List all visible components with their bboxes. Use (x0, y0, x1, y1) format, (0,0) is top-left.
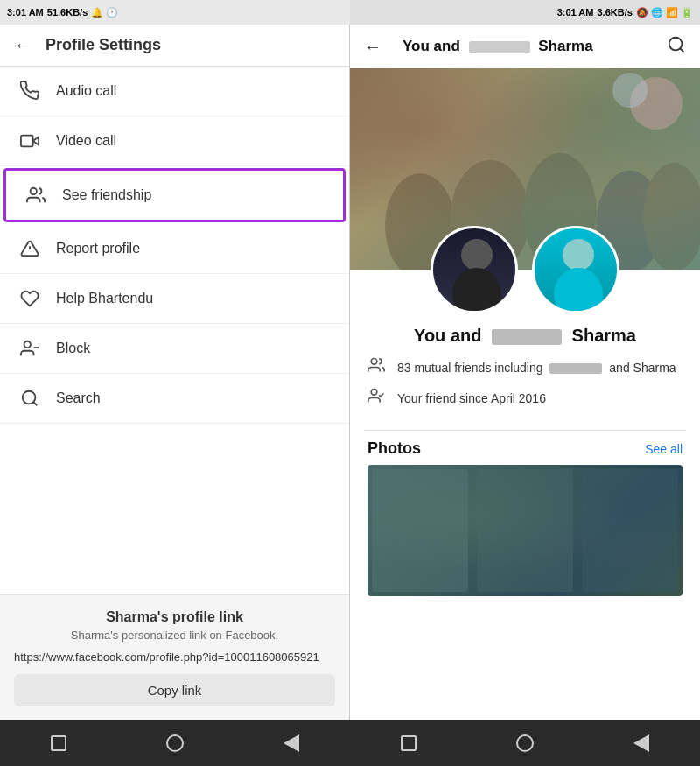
status-bar-left: 3:01 AM 51.6KB/s 🔔 🕐 (0, 0, 350, 25)
title-prefix: You and (402, 38, 460, 54)
profile-link-desc: Sharma's personalized link on Facebook. (14, 629, 335, 642)
photos-section: Photos See all (350, 431, 700, 601)
photos-title: Photos (368, 439, 421, 458)
see-all-photos-link[interactable]: See all (645, 442, 682, 456)
svg-rect-1 (21, 136, 33, 147)
menu-item-audio-call[interactable]: Audio call (0, 67, 349, 116)
signal-icons-right: 🔕 🌐 📶 🔋 (636, 7, 693, 18)
friendship-title: You and Sharma (368, 326, 682, 346)
left-header: ← Profile Settings (0, 25, 349, 67)
avatar-person2 (532, 226, 620, 313)
block-label: Block (56, 341, 90, 356)
svg-point-7 (23, 391, 36, 404)
report-profile-label: Report profile (56, 241, 140, 257)
signal-icons-left: 🔔 🕐 (91, 7, 118, 18)
search-icon (18, 386, 42, 411)
menu-item-search[interactable]: Search (0, 374, 349, 424)
nav-home-left[interactable] (163, 731, 187, 755)
screens-container: ← Profile Settings Audio call (0, 25, 700, 720)
menu-item-report-profile[interactable]: Report profile (0, 224, 349, 274)
svg-point-16 (461, 239, 493, 271)
svg-point-9 (669, 38, 682, 51)
warning-icon (18, 236, 42, 261)
menu-item-video-call[interactable]: Video call (0, 116, 349, 166)
nav-home-right[interactable] (513, 731, 537, 755)
friend-since-stat: Your friend since April 2016 (368, 387, 682, 409)
see-friendship-label: See friendship (62, 187, 151, 203)
friendship-title-prefix: You and (414, 326, 481, 345)
svg-point-19 (554, 268, 603, 313)
video-icon (18, 129, 42, 153)
friendship-page-title: You and Sharma (402, 38, 667, 55)
video-call-label: Video call (56, 133, 116, 149)
heart-icon (18, 286, 42, 311)
friend-since-icon (368, 387, 388, 409)
speed-left: 51.6KB/s (47, 7, 88, 18)
avatars-row (350, 226, 700, 313)
square-icon-right (401, 735, 416, 751)
profile-url[interactable]: https://www.facebook.com/profile.php?id=… (14, 650, 335, 664)
phone-icon (18, 79, 42, 103)
search-icon-right[interactable] (667, 35, 686, 58)
svg-line-8 (33, 402, 37, 405)
svg-rect-22 (372, 469, 468, 592)
triangle-icon-left (284, 734, 299, 752)
mutual-friends-stat: 83 mutual friends including and Sharma (368, 356, 682, 378)
status-bar: 3:01 AM 51.6KB/s 🔔 🕐 3:01 AM 3.6KB/s 🔕 🌐… (0, 0, 700, 25)
circle-icon-right (516, 734, 534, 752)
menu-item-help[interactable]: Help Bhartendu (0, 274, 349, 324)
svg-point-5 (24, 341, 31, 348)
time-right: 3:01 AM (557, 7, 594, 18)
block-icon (18, 336, 42, 361)
nav-square-left[interactable] (46, 731, 71, 755)
svg-point-17 (452, 268, 501, 313)
audio-call-label: Audio call (56, 83, 116, 99)
profile-link-title: Sharma's profile link (14, 609, 335, 625)
search-label: Search (56, 390, 101, 406)
left-screen: ← Profile Settings Audio call (0, 25, 350, 720)
help-label: Help Bhartendu (56, 291, 153, 306)
svg-point-18 (563, 239, 594, 271)
mutual-friends-icon (368, 356, 388, 378)
copy-link-button[interactable]: Copy link (14, 674, 335, 706)
back-button-left[interactable]: ← (14, 35, 32, 55)
avatar-person1 (430, 226, 518, 313)
svg-marker-0 (33, 137, 38, 144)
svg-rect-23 (477, 469, 573, 592)
photos-header: Photos See all (368, 439, 682, 458)
title-suffix: Sharma (538, 38, 592, 54)
bottom-nav-right (350, 720, 700, 766)
speed-right: 3.6KB/s (597, 7, 632, 18)
title-blurred (469, 41, 530, 53)
menu-list: Audio call Video call (0, 67, 349, 594)
profile-settings-title: Profile Settings (46, 36, 161, 54)
profile-link-section: Sharma's profile link Sharma's personali… (0, 594, 349, 720)
svg-point-21 (371, 390, 377, 396)
back-button-right[interactable]: ← (364, 37, 382, 57)
triangle-icon-right (634, 734, 649, 752)
menu-item-see-friendship[interactable]: See friendship (4, 168, 346, 222)
svg-point-2 (31, 188, 37, 194)
time-left: 3:01 AM (7, 7, 44, 18)
photo-placeholder-art (368, 465, 682, 596)
friendship-title-suffix: Sharma (572, 326, 636, 345)
friendship-info: You and Sharma 83 mutual friends includi… (350, 313, 700, 430)
bottom-nav (0, 720, 700, 766)
svg-point-20 (371, 359, 377, 365)
friend-since-text: Your friend since April 2016 (397, 391, 546, 405)
status-bar-right: 3:01 AM 3.6KB/s 🔕 🌐 📶 🔋 (350, 0, 700, 25)
svg-line-10 (680, 48, 683, 52)
nav-square-right[interactable] (396, 731, 421, 755)
right-screen: ← You and Sharma (350, 25, 700, 720)
people-icon (24, 183, 48, 207)
photos-grid[interactable] (368, 465, 682, 596)
square-icon-left (51, 735, 66, 751)
circle-icon-left (166, 734, 184, 752)
mutual-friends-text: 83 mutual friends including and Sharma (397, 361, 676, 375)
friendship-title-blurred (492, 329, 562, 345)
svg-rect-24 (582, 469, 678, 592)
nav-back-right[interactable] (629, 731, 654, 755)
menu-item-block[interactable]: Block (0, 324, 349, 374)
bottom-nav-left (0, 720, 350, 766)
nav-back-left[interactable] (279, 731, 304, 755)
